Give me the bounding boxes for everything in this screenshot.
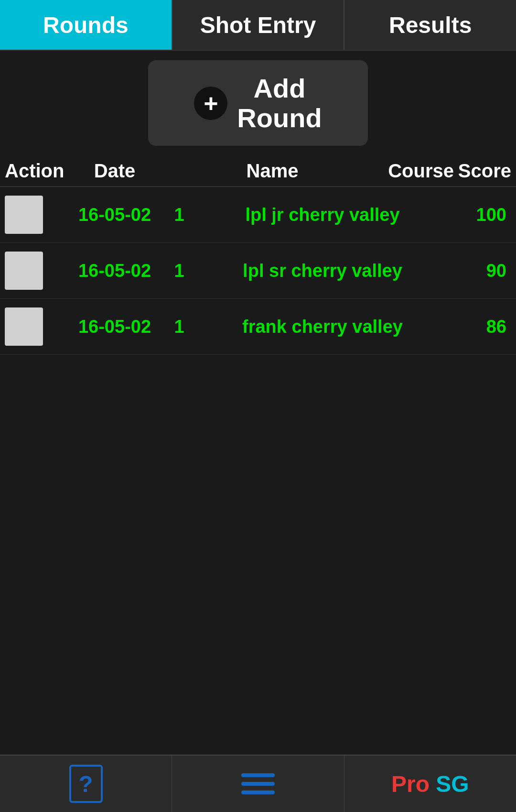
add-round-section: + Add Round <box>0 51 516 155</box>
header-score: Score <box>454 160 516 182</box>
tab-shot-entry[interactable]: Shot Entry <box>172 0 345 50</box>
tab-results[interactable]: Results <box>344 0 516 50</box>
row-name-2: lpl sr cherry valley <box>191 261 454 281</box>
add-round-label: Add Round <box>237 74 322 132</box>
checkbox-box-3[interactable] <box>5 307 43 346</box>
row-num-1: 1 <box>167 205 191 225</box>
menu-button[interactable] <box>172 756 344 812</box>
pro-text: Pro <box>391 771 430 797</box>
add-round-button[interactable]: + Add Round <box>148 60 368 146</box>
row-num-3: 1 <box>167 317 191 337</box>
pro-sg-button[interactable]: Pro SG <box>344 756 516 812</box>
rounds-list: 16-05-02 1 lpl jr cherry valley 100 16-0… <box>0 187 516 355</box>
help-button[interactable]: ? <box>0 756 172 812</box>
row-score-1: 100 <box>454 205 516 225</box>
row-checkbox-1[interactable] <box>0 196 62 234</box>
table-row[interactable]: 16-05-02 1 frank cherry valley 86 <box>0 299 516 355</box>
header-date: Date <box>62 160 167 182</box>
row-checkbox-2[interactable] <box>0 252 62 290</box>
row-name-1: lpl jr cherry valley <box>191 205 454 225</box>
bottom-nav: ? Pro SG <box>0 755 516 812</box>
row-num-2: 1 <box>167 261 191 281</box>
pro-sg-label: Pro SG <box>391 771 469 797</box>
menu-icon <box>241 773 275 794</box>
row-checkbox-3[interactable] <box>0 307 62 346</box>
header-name: Name <box>167 160 377 182</box>
plus-icon: + <box>194 87 227 120</box>
row-score-2: 90 <box>454 261 516 281</box>
table-row[interactable]: 16-05-02 1 lpl sr cherry valley 90 <box>0 243 516 299</box>
row-date-2: 16-05-02 <box>62 261 167 281</box>
tab-bar: Rounds Shot Entry Results <box>0 0 516 51</box>
sg-text: SG <box>436 771 469 797</box>
checkbox-box-1[interactable] <box>5 196 43 234</box>
checkbox-box-2[interactable] <box>5 252 43 290</box>
row-score-3: 86 <box>454 317 516 337</box>
row-date-3: 16-05-02 <box>62 317 167 337</box>
header-action: Action <box>0 160 62 182</box>
tab-rounds[interactable]: Rounds <box>0 0 172 50</box>
header-course: Course <box>377 160 454 182</box>
table-header: Action Date Name Course Score <box>0 155 516 187</box>
help-icon: ? <box>69 765 103 803</box>
table-row[interactable]: 16-05-02 1 lpl jr cherry valley 100 <box>0 187 516 243</box>
row-name-3: frank cherry valley <box>191 317 454 337</box>
row-date-1: 16-05-02 <box>62 205 167 225</box>
